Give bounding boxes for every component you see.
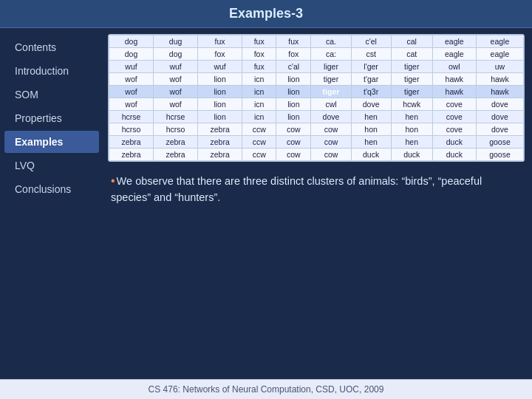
sidebar: ContentsIntroductionSOMPropertiesExample…	[0, 28, 103, 379]
table-cell: icn	[242, 98, 276, 111]
table-cell: cat	[391, 48, 432, 61]
table-cell: hcrso	[109, 123, 154, 136]
table-row: hcrsohcrsozebraccwcowcowhonhoncovedove	[109, 123, 524, 136]
table-cell: liger	[311, 61, 351, 73]
table-cell: hen	[391, 136, 432, 149]
table-row: wufwufwuffuxc'alligerl'gertigerowluw	[109, 61, 524, 73]
table-cell: goose	[476, 136, 523, 149]
table-row: dogdogfoxfoxfoxca:cstcateagleeagle	[109, 48, 524, 61]
table-cell: wuf	[154, 61, 198, 73]
table-cell: hen	[351, 136, 391, 149]
table-cell: fux	[276, 35, 311, 48]
table-cell: hcrse	[154, 111, 198, 123]
table-cell: fux	[242, 61, 276, 73]
table-cell: cow	[276, 136, 311, 149]
sidebar-item-examples[interactable]: Examples	[4, 131, 99, 153]
main-content: ContentsIntroductionSOMPropertiesExample…	[0, 28, 532, 379]
footer: CS 476: Networks of Neural Computation, …	[0, 379, 532, 399]
footer-text: CS 476: Networks of Neural Computation, …	[149, 384, 384, 395]
table-cell: dove	[476, 123, 523, 136]
table-cell: icn	[242, 73, 276, 86]
table-row: wofwoflionicnlioncwldovehcwkcovedove	[109, 98, 524, 111]
table-cell: duck	[432, 149, 476, 161]
table-cell: eagle	[432, 35, 476, 48]
table-cell: t'q3r	[351, 86, 391, 98]
observation-text: •We observe that there are three distinc…	[108, 169, 525, 206]
table-cell: cow	[276, 123, 311, 136]
table-cell: dog	[154, 48, 198, 61]
table-cell: fox	[198, 48, 242, 61]
table-cell: ca.	[311, 35, 351, 48]
table-cell: ca:	[311, 48, 351, 61]
content-area: dogdugfuxfuxfuxca.c'elcaleagleeagledogdo…	[103, 28, 532, 379]
table-row: zebrazebrazebraccwcowcowduckduckduckgoos…	[109, 149, 524, 161]
slide-title: Examples-3	[0, 0, 532, 28]
sidebar-item-contents[interactable]: Contents	[4, 36, 99, 58]
table-cell: hon	[391, 123, 432, 136]
table-cell: hawk	[432, 86, 476, 98]
sidebar-item-properties[interactable]: Properties	[4, 107, 99, 129]
table-cell: hen	[391, 111, 432, 123]
table-cell: cow	[311, 136, 351, 149]
table-cell: zebra	[109, 136, 154, 149]
table-cell: fox	[242, 48, 276, 61]
title-text: Examples-3	[229, 6, 303, 21]
table-cell: cow	[311, 149, 351, 161]
table-cell: wof	[154, 73, 198, 86]
table-cell: dog	[109, 48, 154, 61]
table-cell: cst	[351, 48, 391, 61]
table-row: zebrazebrazebraccwcowcowhenhenduckgoose	[109, 136, 524, 149]
table-cell: tiger	[311, 73, 351, 86]
table-cell: ccw	[242, 149, 276, 161]
table-cell: hon	[351, 123, 391, 136]
table-cell: dove	[351, 98, 391, 111]
table-cell: lion	[276, 98, 311, 111]
table-cell: t'gar	[351, 73, 391, 86]
table-cell: fux	[198, 35, 242, 48]
sidebar-item-lvq[interactable]: LVQ	[4, 154, 99, 177]
table-cell: uw	[476, 61, 523, 73]
table-cell: eagle	[476, 48, 523, 61]
table-row: dogdugfuxfuxfuxca.c'elcaleagleeagle	[109, 35, 524, 48]
table-cell: c'al	[276, 61, 311, 73]
table-cell: icn	[242, 86, 276, 98]
table-cell: zebra	[154, 136, 198, 149]
table-cell: dove	[476, 111, 523, 123]
table-cell: dug	[154, 35, 198, 48]
table-cell: eagle	[432, 48, 476, 61]
sidebar-item-som[interactable]: SOM	[4, 83, 99, 106]
table-cell: lion	[276, 73, 311, 86]
table-cell: lion	[276, 111, 311, 123]
table-row: wofwoflionicnliontigert'q3rtigerhawkhawk	[109, 86, 524, 98]
table-cell: dove	[311, 111, 351, 123]
table-cell: cove	[432, 123, 476, 136]
table-cell: l'ger	[351, 61, 391, 73]
table-cell: hen	[351, 111, 391, 123]
table-cell: icn	[242, 111, 276, 123]
data-table-container: dogdugfuxfuxfuxca.c'elcaleagleeagledogdo…	[108, 34, 525, 162]
table-cell: hawk	[432, 73, 476, 86]
sidebar-item-introduction[interactable]: Introduction	[4, 60, 99, 82]
table-cell: owl	[432, 61, 476, 73]
table-cell: tiger	[391, 86, 432, 98]
table-cell: c'el	[351, 35, 391, 48]
table-cell: duck	[391, 149, 432, 161]
table-cell: lion	[198, 73, 242, 86]
table-cell: tiger	[311, 86, 351, 98]
table-cell: fux	[242, 35, 276, 48]
table-cell: zebra	[198, 149, 242, 161]
table-cell: cow	[311, 123, 351, 136]
table-cell: duck	[432, 136, 476, 149]
table-cell: dove	[476, 98, 523, 111]
examples-table: dogdugfuxfuxfuxca.c'elcaleagleeagledogdo…	[109, 35, 524, 161]
table-row: hcrsehcrselionicnliondovehenhencovedove	[109, 111, 524, 123]
observation-content: We observe that there are three distinct…	[111, 175, 482, 203]
table-cell: dog	[109, 35, 154, 48]
table-cell: goose	[476, 149, 523, 161]
table-cell: cow	[276, 149, 311, 161]
table-cell: cwl	[311, 98, 351, 111]
table-cell: hawk	[476, 73, 523, 86]
table-cell: duck	[351, 149, 391, 161]
sidebar-item-conclusions[interactable]: Conclusions	[4, 178, 99, 200]
table-cell: ccw	[242, 136, 276, 149]
